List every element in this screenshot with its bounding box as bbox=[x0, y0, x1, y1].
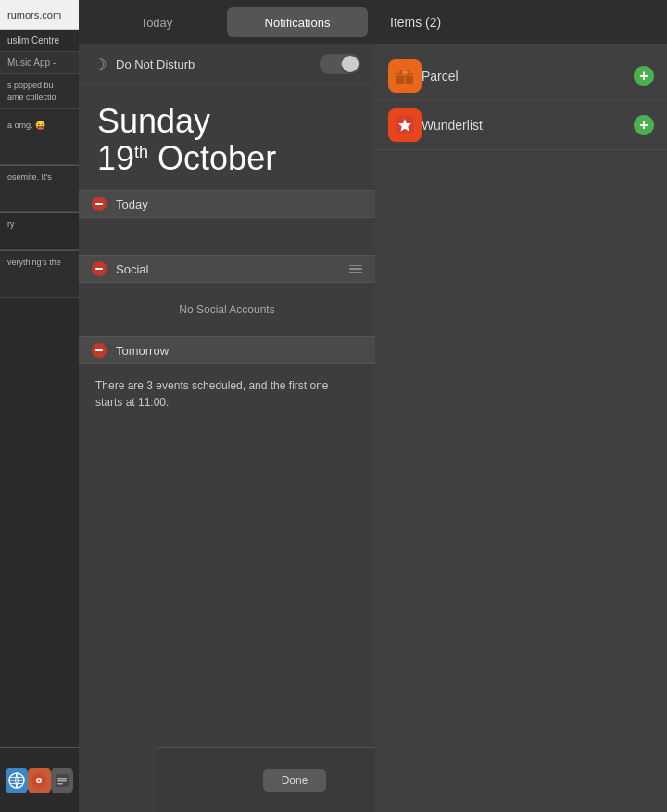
notification-center-panel: Today Notifications ☽ Do Not Disturb OFF… bbox=[79, 0, 375, 812]
date-ordinal: th bbox=[134, 143, 148, 161]
item-row-wunderlist: Wunderlist + bbox=[375, 101, 667, 150]
tomorrow-content: There are 3 events scheduled, and the fi… bbox=[79, 364, 375, 424]
sidebar-text-6: verything's the bbox=[0, 251, 79, 298]
done-button[interactable]: Done bbox=[263, 769, 327, 792]
nc-scroll-area: ☽ Do Not Disturb OFF Sunday 19th October… bbox=[79, 44, 375, 792]
wunderlist-icon bbox=[388, 108, 422, 142]
tab-today[interactable]: Today bbox=[86, 7, 227, 37]
items-header: Items (2) bbox=[375, 0, 667, 44]
social-collapse-btn[interactable] bbox=[92, 261, 107, 276]
sidebar-item-1[interactable]: uslim Centre bbox=[0, 30, 79, 52]
sidebar-text-5: ry bbox=[0, 213, 79, 250]
date-day: Sunday bbox=[97, 103, 357, 140]
social-section-label: Social bbox=[116, 262, 349, 276]
items-panel: Items (2) Parcel + bbox=[375, 0, 667, 812]
today-section-label: Today bbox=[116, 197, 362, 211]
svg-rect-11 bbox=[403, 71, 408, 74]
dnd-label: Do Not Disturb bbox=[116, 57, 320, 71]
items-title: Items (2) bbox=[390, 15, 441, 30]
parcel-icon bbox=[388, 59, 422, 93]
items-list: Parcel + Wunderlist + bbox=[375, 44, 667, 158]
section-header-tomorrow: Tomorrow bbox=[79, 336, 375, 364]
dock bbox=[0, 747, 79, 812]
wunderlist-name: Wunderlist bbox=[422, 118, 634, 133]
left-sidebar: rumors.com uslim Centre Music App - s po… bbox=[0, 0, 79, 812]
date-month: October bbox=[157, 139, 276, 177]
svg-rect-5 bbox=[57, 778, 67, 780]
date-display: Sunday 19th October bbox=[79, 84, 375, 190]
social-empty-text: No Social Accounts bbox=[97, 294, 357, 325]
toggle-thumb bbox=[342, 56, 359, 72]
svg-rect-7 bbox=[57, 783, 63, 785]
dock-icon-tools[interactable] bbox=[51, 768, 73, 793]
dock-icon-music[interactable] bbox=[28, 768, 50, 793]
parcel-name: Parcel bbox=[422, 69, 634, 83]
today-collapse-btn[interactable] bbox=[92, 197, 107, 211]
tomorrow-section-label: Tomorrow bbox=[116, 344, 362, 358]
browser-tab[interactable]: rumors.com bbox=[0, 0, 79, 30]
section-header-social: Social bbox=[79, 255, 375, 283]
tab-bar: Today Notifications bbox=[79, 0, 375, 44]
sidebar-text-4: osemite. It's bbox=[0, 166, 79, 212]
date-full: 19th October bbox=[97, 140, 357, 177]
browser-url: rumors.com bbox=[7, 9, 61, 20]
tomorrow-collapse-btn[interactable] bbox=[92, 343, 107, 358]
parcel-add-button[interactable]: + bbox=[634, 66, 654, 86]
tomorrow-text: There are 3 events scheduled, and the fi… bbox=[95, 377, 359, 411]
social-reorder-handle[interactable] bbox=[349, 265, 362, 273]
dnd-row: ☽ Do Not Disturb OFF bbox=[79, 44, 375, 84]
dnd-toggle[interactable]: OFF bbox=[320, 54, 360, 74]
svg-point-3 bbox=[38, 779, 41, 781]
date-number: 19 bbox=[97, 139, 134, 177]
sidebar-text-2: s popped bu ame collectio bbox=[0, 74, 79, 109]
tab-notifications[interactable]: Notifications bbox=[227, 7, 368, 37]
moon-icon: ☽ bbox=[94, 56, 107, 73]
dock-icon-browser[interactable] bbox=[6, 768, 28, 793]
svg-rect-6 bbox=[57, 780, 67, 782]
sidebar-item-music[interactable]: Music App - bbox=[0, 52, 79, 74]
social-content: No Social Accounts bbox=[79, 283, 375, 336]
wunderlist-add-button[interactable]: + bbox=[634, 115, 654, 135]
today-content-empty bbox=[79, 218, 375, 255]
item-row-parcel: Parcel + bbox=[375, 52, 667, 101]
section-header-today: Today bbox=[79, 190, 375, 218]
sidebar-text-3: a omg. 😛 bbox=[7, 121, 45, 130]
